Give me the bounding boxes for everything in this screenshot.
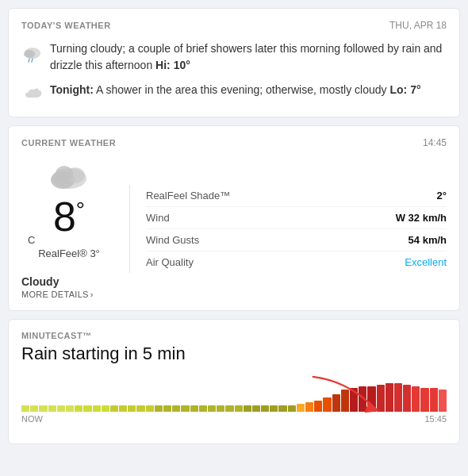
rain-bar [288, 405, 296, 412]
temp-number: 8 [53, 196, 76, 237]
svg-point-7 [56, 166, 73, 182]
rain-bar [146, 405, 154, 412]
rain-bar [332, 394, 340, 412]
rain-bar [190, 405, 198, 412]
rain-bar [110, 405, 118, 412]
rain-chart: NOW 15:45 [21, 372, 447, 436]
rain-bar [412, 386, 420, 412]
svg-line-2 [29, 59, 29, 62]
temp-degree-symbol: ° [76, 196, 85, 221]
temperature-display: 8 ° [53, 196, 85, 237]
rain-bar [314, 401, 322, 412]
minutecast-label: MINUTECAST™ [21, 331, 447, 340]
rain-bar [181, 405, 189, 412]
rain-bar [83, 405, 91, 412]
current-weather-label: CURRENT WEATHER [21, 138, 116, 148]
realfeel-shade-value: 2° [437, 190, 447, 202]
rain-bar [75, 405, 82, 412]
rain-bar [367, 386, 375, 412]
wind-gusts-label: Wind Gusts [146, 234, 199, 246]
main-weather-content: 8 ° C RealFeel® 3° Cloudy MORE DETAILS ›… [21, 158, 447, 299]
wind-gusts-row: Wind Gusts 54 km/h [146, 229, 447, 251]
rain-bar [102, 405, 109, 412]
rain-bar [93, 405, 101, 412]
night-cloud-icon [21, 83, 44, 106]
rain-bar [66, 405, 74, 412]
rain-bar [386, 383, 393, 412]
realfeel-shade-row: RealFeel Shade™ 2° [146, 185, 447, 207]
more-details-label: MORE DETAILS [21, 290, 89, 299]
cloudy-rain-icon [21, 42, 44, 64]
time-start-label: NOW [21, 414, 43, 424]
rain-bar [439, 390, 447, 412]
wind-label: Wind [146, 212, 170, 224]
realfeel-display: RealFeel® 3° [38, 248, 100, 259]
rain-bar [119, 405, 127, 412]
rain-bar [297, 404, 305, 412]
daytime-forecast-item: Turning cloudy; a couple of brief shower… [21, 40, 447, 74]
daytime-forecast-text: Turning cloudy; a couple of brief shower… [50, 40, 447, 74]
rain-bar [163, 405, 171, 412]
air-quality-row: Air Quality Excellent [146, 251, 447, 273]
rain-bar [57, 405, 65, 412]
temp-celsius-label: C [28, 234, 35, 246]
time-labels: NOW 15:45 [21, 414, 447, 424]
todays-weather-header: TODAY'S WEATHER THU, APR 18 [21, 20, 447, 31]
minutecast-card: MINUTECAST™ Rain starting in 5 min NOW 1… [8, 319, 460, 444]
rain-bar [430, 388, 438, 412]
rain-bar [235, 405, 243, 412]
current-weather-card: CURRENT WEATHER 14:45 8 ° C RealFeel® 3°… [8, 125, 460, 311]
weather-condition: Cloudy [21, 275, 117, 288]
nighttime-forecast-text: Tonight: A shower in the area this eveni… [50, 82, 421, 98]
wind-row: Wind W 32 km/h [146, 207, 447, 229]
svg-point-1 [24, 50, 35, 58]
realfeel-value: 3° [90, 248, 99, 259]
rain-bar [252, 405, 260, 412]
rain-bar [136, 405, 144, 412]
realfeel-shade-label: RealFeel Shade™ [146, 190, 230, 202]
rain-bar [323, 397, 331, 412]
rain-bars-container [21, 372, 447, 412]
todays-weather-card: TODAY'S WEATHER THU, APR 18 Turning clou… [8, 8, 460, 117]
rain-bar [420, 388, 428, 412]
rain-bar [155, 405, 163, 412]
more-details-link[interactable]: MORE DETAILS › [21, 290, 117, 299]
rain-bar [172, 405, 180, 412]
chevron-right-icon: › [90, 290, 94, 299]
condition-block: Cloudy MORE DETAILS › [21, 267, 117, 299]
svg-line-3 [32, 59, 33, 62]
rain-bar [48, 405, 56, 412]
current-weather-time: 14:45 [423, 137, 447, 148]
todays-weather-date: THU, APR 18 [389, 20, 447, 31]
rain-bar [244, 405, 251, 412]
rain-bar [278, 405, 286, 412]
rain-bar [359, 386, 366, 412]
current-weather-header: CURRENT WEATHER 14:45 [21, 137, 447, 148]
rain-bar [199, 405, 207, 412]
rain-bar [225, 405, 233, 412]
rain-bar [217, 405, 224, 412]
rain-bar [270, 405, 278, 412]
wind-gusts-value: 54 km/h [409, 234, 447, 246]
wind-value: W 32 km/h [396, 212, 447, 224]
todays-weather-label: TODAY'S WEATHER [21, 21, 111, 30]
weather-details-grid: RealFeel Shade™ 2° Wind W 32 km/h Wind G… [129, 185, 447, 273]
large-cloud-icon [45, 158, 93, 193]
temperature-block: 8 ° C RealFeel® 3° Cloudy MORE DETAILS › [21, 158, 117, 299]
air-quality-value: Excellent [405, 256, 447, 268]
rain-bar [377, 385, 385, 412]
rain-bar [208, 405, 216, 412]
nighttime-forecast-item: Tonight: A shower in the area this eveni… [21, 82, 447, 106]
minutecast-title: Rain starting in 5 min [21, 344, 447, 364]
realfeel-label: RealFeel® [38, 248, 87, 259]
air-quality-label: Air Quality [146, 256, 194, 268]
rain-bar [403, 385, 411, 412]
rain-bar [21, 405, 29, 412]
time-end-label: 15:45 [424, 414, 447, 424]
rain-bar [341, 390, 349, 412]
rain-bar [261, 405, 269, 412]
rain-bar [305, 402, 313, 412]
rain-bar [350, 388, 358, 412]
rain-bar [39, 405, 47, 412]
rain-bar [394, 383, 402, 412]
